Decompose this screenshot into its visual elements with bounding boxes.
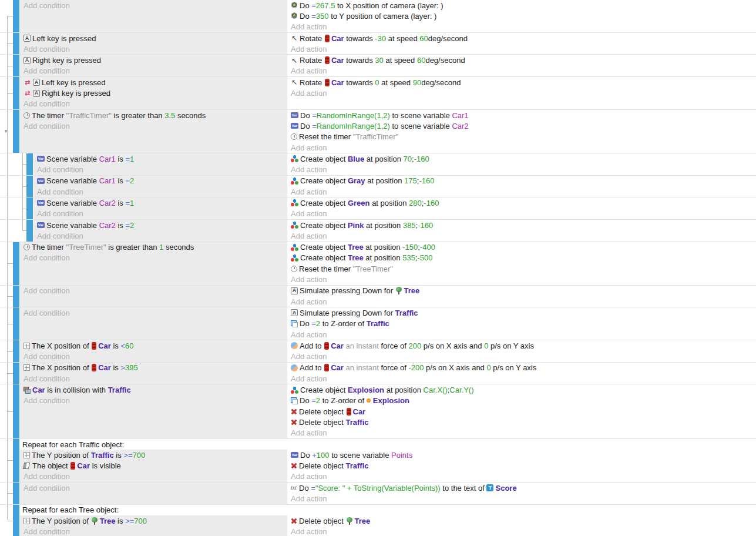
add-condition-button[interactable]: Add condition	[20, 66, 287, 76]
condition[interactable]: The object Car is visible	[20, 460, 287, 471]
add-condition-button[interactable]: Add condition	[33, 209, 287, 219]
action[interactable]: Do =267.5 to X position of camera (layer…	[288, 0, 756, 11]
add-condition-button[interactable]: Add condition	[20, 286, 287, 296]
action[interactable]: ASimulate pressing Down for Traffic	[288, 307, 756, 318]
condition[interactable]: VarScene variable Car1 is =2	[33, 176, 287, 186]
add-condition-button[interactable]: Add condition	[20, 307, 287, 318]
add-action-button[interactable]: Add action	[288, 209, 756, 219]
add-condition-button[interactable]: Add condition	[20, 483, 287, 493]
action[interactable]: ASimulate pressing Down for Tree	[288, 286, 756, 296]
add-action-button[interactable]: Add action	[288, 22, 756, 32]
add-condition-button[interactable]: Add condition	[20, 396, 287, 406]
event-selection-bar[interactable]	[13, 307, 19, 340]
add-action-button[interactable]: Add action	[288, 373, 756, 384]
add-condition-button[interactable]: Add condition	[20, 43, 287, 54]
event-selection-bar[interactable]	[13, 363, 19, 384]
condition[interactable]: ARight key is pressed	[20, 55, 287, 65]
event-selection-bar[interactable]	[13, 242, 19, 285]
action[interactable]: Create object Blue at position 70;-160	[288, 153, 756, 164]
condition[interactable]: The Y position of Traffic is >=700	[20, 450, 287, 460]
condition[interactable]: The X position of Car is >395	[20, 363, 287, 373]
repeat-header[interactable]: Repeat for each Traffic object:	[20, 439, 756, 450]
event-selection-bar[interactable]	[26, 197, 33, 219]
action[interactable]: Do =350 to Y position of camera (layer: …	[288, 11, 756, 21]
condition[interactable]: The Y position of Tree is >=700	[20, 515, 287, 526]
collapse-arrow-icon[interactable]: ▼	[4, 129, 8, 133]
add-action-button[interactable]: Add action	[288, 296, 756, 307]
condition[interactable]: VarScene variable Car1 is =1	[33, 153, 287, 164]
event-selection-bar[interactable]	[26, 176, 33, 197]
add-condition-button[interactable]: Add condition	[20, 120, 287, 131]
action[interactable]: Create object Tree at position -150;-400	[288, 242, 756, 253]
add-action-button[interactable]: Add action	[288, 493, 756, 504]
event-selection-bar[interactable]	[13, 384, 19, 438]
condition[interactable]: VarScene variable Car2 is =1	[33, 197, 287, 208]
add-condition-button[interactable]: Add condition	[20, 0, 287, 11]
add-action-button[interactable]: Add action	[288, 329, 756, 340]
condition[interactable]: ALeft key is pressed	[20, 33, 287, 43]
add-action-button[interactable]: Add action	[288, 186, 756, 197]
add-action-button[interactable]: Add action	[288, 351, 756, 362]
action[interactable]: Create object Explosion at position Car.…	[288, 384, 756, 395]
add-action-button[interactable]: Add action	[288, 274, 756, 284]
action[interactable]: ↖Rotate Car towards 30 at speed 60deg/se…	[288, 55, 756, 65]
event-selection-bar[interactable]	[13, 110, 19, 153]
add-action-button[interactable]: Add action	[288, 142, 756, 153]
action[interactable]: ↖Rotate Car towards -30 at speed 60deg/s…	[288, 33, 756, 43]
add-condition-button[interactable]: Add condition	[20, 351, 287, 362]
add-condition-button[interactable]: Add condition	[20, 99, 287, 109]
add-condition-button[interactable]: Add condition	[20, 373, 287, 384]
add-condition-button[interactable]: Add condition	[20, 253, 287, 263]
add-condition-button[interactable]: Add condition	[20, 526, 287, 536]
action[interactable]: Reset the timer "TrafficTimer"	[288, 132, 756, 142]
event-selection-bar[interactable]	[13, 483, 19, 504]
action[interactable]: Add to Car an instant force of -200 p/s …	[288, 363, 756, 373]
event-sheet[interactable]: Add conditionDo =267.5 to X position of …	[0, 0, 756, 536]
action[interactable]: Add to Car an instant force of 200 p/s o…	[288, 340, 756, 351]
event-selection-bar[interactable]	[13, 33, 19, 55]
event-selection-bar[interactable]	[13, 286, 19, 307]
condition[interactable]: VarScene variable Car2 is =2	[33, 220, 287, 230]
action[interactable]: Do =2 to Z-order of Explosion	[288, 396, 756, 406]
event-selection-bar[interactable]	[13, 340, 19, 362]
condition[interactable]: Car is in collision with Traffic	[20, 384, 287, 395]
event-selection-bar[interactable]	[26, 153, 33, 175]
condition[interactable]: The timer "TreeTimer" is greater than 1 …	[20, 242, 287, 253]
action[interactable]: Create object Pink at position 385;-160	[288, 220, 756, 230]
action[interactable]: VarDo +100 to scene variable Points	[288, 450, 756, 460]
event-selection-bar[interactable]	[13, 439, 19, 482]
action[interactable]: Do =2 to Z-order of Traffic	[288, 319, 756, 329]
add-action-button[interactable]: Add action	[288, 428, 756, 438]
action[interactable]: Delete object Traffic	[288, 460, 756, 471]
add-condition-button[interactable]: Add condition	[20, 471, 287, 482]
add-action-button[interactable]: Add action	[288, 471, 756, 482]
action[interactable]: VarDo =RandomInRange(1,2) to scene varia…	[288, 110, 756, 120]
add-action-button[interactable]: Add action	[288, 88, 756, 98]
add-action-button[interactable]: Add action	[288, 66, 756, 76]
add-action-button[interactable]: Add action	[288, 230, 756, 241]
action[interactable]: VarDo =RandomInRange(1,2) to scene varia…	[288, 120, 756, 131]
add-action-button[interactable]: Add action	[288, 43, 756, 54]
action[interactable]: Create object Green at position 280;-160	[288, 197, 756, 208]
condition[interactable]: ⇄ALeft key is pressed	[20, 77, 287, 88]
event-selection-bar[interactable]	[13, 55, 19, 76]
add-condition-button[interactable]: Add condition	[33, 164, 287, 175]
action[interactable]: Create object Tree at position 535;-500	[288, 253, 756, 263]
action[interactable]: txtDo ="Score: " + ToString(Variable(Poi…	[288, 483, 756, 493]
condition[interactable]: The timer "TrafficTimer" is greater than…	[20, 110, 287, 120]
event-selection-bar[interactable]	[13, 77, 19, 109]
action[interactable]: Delete object Car	[288, 406, 756, 417]
add-action-button[interactable]: Add action	[288, 526, 756, 536]
condition[interactable]: ⇄ARight key is pressed	[20, 88, 287, 98]
action[interactable]: ↖Rotate Car towards 0 at speed 90deg/sec…	[288, 77, 756, 88]
add-condition-button[interactable]: Add condition	[33, 186, 287, 197]
add-condition-button[interactable]: Add condition	[33, 230, 287, 241]
event-selection-bar[interactable]	[13, 505, 19, 536]
action[interactable]: Create object Gray at position 175;-160	[288, 176, 756, 186]
action[interactable]: Delete object Tree	[288, 515, 756, 526]
action[interactable]: Reset the timer "TreeTimer"	[288, 263, 756, 274]
condition[interactable]: The X position of Car is <60	[20, 340, 287, 351]
action[interactable]: Delete object Traffic	[288, 417, 756, 427]
repeat-header[interactable]: Repeat for each Tree object:	[20, 505, 756, 515]
event-selection-bar[interactable]	[26, 220, 33, 242]
